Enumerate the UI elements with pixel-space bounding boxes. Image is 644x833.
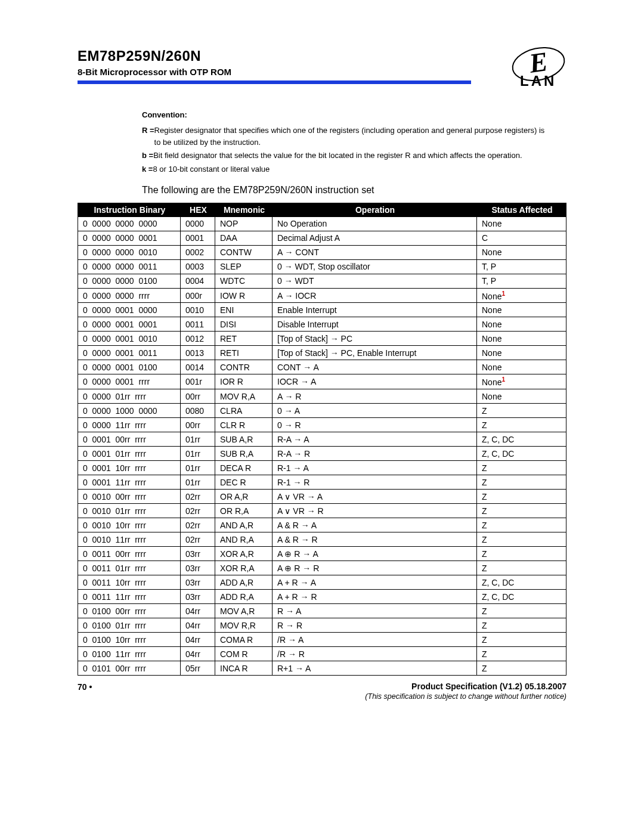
cell-hex: 02rr [181, 504, 215, 518]
table-row: 0 0010 01rr rrrr02rrOR R,AA ∨ VR → RZ [78, 504, 566, 518]
cell-binary: 0 0000 0001 0001 [78, 317, 181, 332]
table-body: 0 0000 0000 00000000NOPNo OperationNone0… [78, 216, 566, 675]
cell-hex: 0000 [181, 216, 215, 231]
footnote-1-icon: 1 [501, 290, 505, 297]
table-header-row: Instruction Binary HEX Mnemonic Operatio… [78, 203, 566, 216]
table-row: 0 0011 11rr rrrr03rrADD R,AA + R → RZ, C… [78, 590, 566, 604]
cell-hex: 00rr [181, 418, 215, 432]
conv-r-lead-bold: R = [142, 126, 154, 135]
cell-operation: CONT → A [273, 360, 477, 374]
cell-operation: 0 → A [273, 404, 477, 418]
cell-mnemonic: OR A,R [215, 490, 273, 504]
cell-hex: 01rr [181, 447, 215, 461]
cell-operation: R-A → R [273, 447, 477, 461]
table-row: 0 0000 0001 00110013RETI[Top of Stack] →… [78, 346, 566, 360]
cell-mnemonic: MOV R,A [215, 389, 273, 404]
cell-operation: 0 → R [273, 418, 477, 432]
cell-binary: 0 0011 11rr rrrr [78, 590, 181, 604]
cell-mnemonic: DAA [215, 231, 273, 245]
cell-operation: [Top of Stack] → PC, Enable Interrupt [273, 346, 477, 360]
conv-r-text: Register designator that specifies which… [154, 125, 547, 148]
table-row: 0 0000 0001 00000010ENIEnable InterruptN… [78, 303, 566, 317]
cell-status: None [477, 245, 566, 259]
cell-status: Z [477, 661, 566, 676]
cell-hex: 01rr [181, 432, 215, 447]
cell-binary: 0 0000 0000 0100 [78, 274, 181, 288]
table-row: 0 0100 11rr rrrr04rrCOM R/R → RZ [78, 647, 566, 661]
cell-mnemonic: WDTC [215, 274, 273, 288]
cell-hex: 001r [181, 374, 215, 389]
cell-status: None [477, 389, 566, 404]
cell-mnemonic: MOV A,R [215, 604, 273, 618]
page-footer: 70 • Product Specification (V1.2) 05.18.… [78, 682, 566, 692]
cell-hex: 00rr [181, 389, 215, 404]
cell-hex: 0010 [181, 303, 215, 317]
cell-binary: 0 0011 10rr rrrr [78, 575, 181, 590]
cell-hex: 04rr [181, 618, 215, 633]
cell-status: None [477, 332, 566, 346]
table-row: 0 0000 0000 00000000NOPNo OperationNone [78, 216, 566, 231]
cell-operation: IOCR → A [273, 374, 477, 389]
cell-binary: 0 0100 11rr rrrr [78, 647, 181, 661]
cell-operation: A & R → R [273, 532, 477, 547]
cell-binary: 0 0000 1000 0000 [78, 404, 181, 418]
cell-binary: 0 0011 00rr rrrr [78, 547, 181, 561]
cell-mnemonic: RETI [215, 346, 273, 360]
cell-hex: 01rr [181, 461, 215, 475]
document-page: EM78P259N/260N 8-Bit Microprocessor with… [0, 0, 644, 833]
table-row: 0 0011 00rr rrrr03rrXOR A,RA ⊕ R → AZ [78, 547, 566, 561]
cell-hex: 05rr [181, 661, 215, 676]
cell-mnemonic: DISI [215, 317, 273, 332]
cell-status: Z [477, 404, 566, 418]
cell-operation: A → R [273, 389, 477, 404]
cell-operation: A + R → A [273, 575, 477, 590]
cell-status: Z, C, DC [477, 432, 566, 447]
cell-status: Z [477, 561, 566, 575]
cell-operation: A → IOCR [273, 288, 477, 303]
cell-mnemonic: NOP [215, 216, 273, 231]
cell-status: T, P [477, 274, 566, 288]
cell-operation: Enable Interrupt [273, 303, 477, 317]
cell-binary: 0 0000 0000 0000 [78, 216, 181, 231]
cell-status: None1 [477, 288, 566, 303]
cell-operation: A + R → R [273, 590, 477, 604]
conv-b-lead: b = [142, 150, 153, 162]
cell-hex: 04rr [181, 633, 215, 647]
spec-note: (This specification is subject to change… [365, 692, 566, 701]
cell-operation: R+1 → A [273, 661, 477, 676]
table-row: 0 0001 00rr rrrr01rrSUB A,RR-A → AZ, C, … [78, 432, 566, 447]
cell-mnemonic: CLR R [215, 418, 273, 432]
table-row: 0 0001 01rr rrrr01rrSUB R,AR-A → RZ, C, … [78, 447, 566, 461]
convention-block: Convention: R = Register designator that… [142, 109, 547, 175]
cell-binary: 0 0001 00rr rrrr [78, 432, 181, 447]
conv-r-row: R = Register designator that specifies w… [142, 125, 547, 148]
logo-lan: LAN [520, 73, 556, 89]
cell-status: Z [477, 461, 566, 475]
cell-hex: 000r [181, 288, 215, 303]
conv-k-text: 8 or 10-bit constant or literal value [153, 163, 270, 175]
cell-binary: 0 0100 10rr rrrr [78, 633, 181, 647]
cell-binary: 0 0101 00rr rrrr [78, 661, 181, 676]
cell-mnemonic: DECA R [215, 461, 273, 475]
cell-status: Z [477, 618, 566, 633]
th-hex: HEX [181, 203, 215, 216]
cell-status: Z, C, DC [477, 590, 566, 604]
elan-logo: E LAN [506, 45, 571, 92]
conv-k-row: k = 8 or 10-bit constant or literal valu… [142, 163, 547, 175]
cell-binary: 0 0011 01rr rrrr [78, 561, 181, 575]
cell-hex: 03rr [181, 561, 215, 575]
cell-binary: 0 0010 10rr rrrr [78, 518, 181, 532]
cell-status: Z [477, 490, 566, 504]
cell-mnemonic: CONTW [215, 245, 273, 259]
th-binary: Instruction Binary [78, 203, 181, 216]
cell-binary: 0 0000 0001 0100 [78, 360, 181, 374]
cell-operation: A ∨ VR → R [273, 504, 477, 518]
cell-binary: 0 0001 01rr rrrr [78, 447, 181, 461]
cell-operation: 0 → WDT, Stop oscillator [273, 259, 477, 274]
header-rule [78, 80, 471, 84]
th-mnemonic: Mnemonic [215, 203, 273, 216]
table-row: 0 0100 00rr rrrr04rrMOV A,RR → AZ [78, 604, 566, 618]
cell-binary: 0 0001 10rr rrrr [78, 461, 181, 475]
footer-right: Product Specification (V1.2) 05.18.2007 … [365, 682, 566, 701]
table-leadin: The following are the EM78P259N/260N ins… [142, 185, 566, 196]
